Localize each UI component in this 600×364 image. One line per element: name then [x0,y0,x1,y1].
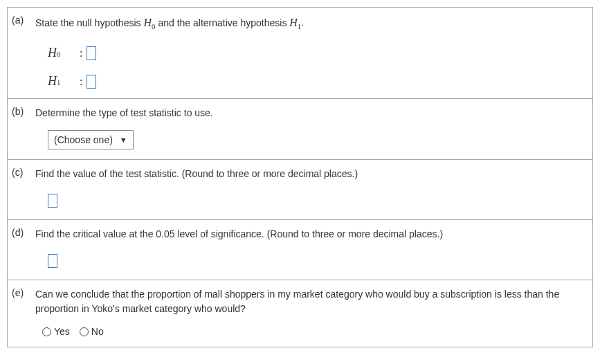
part-e: (e) Can we conclude that the proportion … [8,280,592,347]
h1-colon: : [80,75,82,88]
h0-input[interactable] [87,46,96,60]
part-b-prompt: Determine the type of test statistic to … [35,106,588,120]
part-b-label: (b) [12,106,35,117]
part-c: (c) Find the value of the test statistic… [8,160,592,220]
part-a-text-mid: and the alternative hypothesis [156,17,290,28]
radio-yes[interactable]: Yes [42,326,70,337]
radio-no[interactable]: No [80,326,104,337]
h1-symbol: H [289,17,298,28]
part-d-prompt: Find the critical value at the 0.05 leve… [35,227,588,242]
h0-row-label: H0 [48,46,78,60]
part-a-label: (a) [12,15,35,26]
yes-no-radio-group: Yes No [42,326,588,337]
h0-symbol: H [143,17,152,28]
part-c-label: (c) [12,167,35,178]
radio-no-label: No [91,326,104,337]
part-a: (a) State the null hypothesis H0 and the… [8,8,592,99]
part-a-text-after: . [301,17,304,28]
h0-row-sub: 0 [57,50,61,58]
h1-row-symbol: H [48,74,57,89]
part-d: (d) Find the critical value at the 0.05 … [8,220,592,280]
h1-row-sub: 1 [57,78,61,87]
h1-row: H1 : [48,74,588,89]
select-placeholder: (Choose one) [54,134,113,145]
h0-row: H0 : [48,46,588,60]
h0-row-symbol: H [48,46,57,60]
h1-row-label: H1 [48,74,78,89]
h1-input[interactable] [87,75,96,89]
radio-circle-icon [80,327,89,336]
test-statistic-input[interactable] [48,194,57,208]
chevron-down-icon: ▼ [120,136,127,144]
part-b: (b) Determine the type of test statistic… [8,99,592,160]
part-e-label: (e) [12,287,35,298]
part-a-text-before: State the null hypothesis [35,17,143,28]
h0-colon: : [80,47,82,60]
radio-yes-label: Yes [54,326,70,337]
question-container: (a) State the null hypothesis H0 and the… [7,7,593,347]
part-e-prompt: Can we conclude that the proportion of m… [35,287,588,316]
part-c-prompt: Find the value of the test statistic. (R… [35,167,588,181]
test-statistic-select[interactable]: (Choose one) ▼ [48,130,134,149]
part-a-prompt: State the null hypothesis H0 and the alt… [35,15,588,32]
critical-value-input[interactable] [48,254,57,268]
radio-circle-icon [42,327,51,336]
part-d-label: (d) [12,227,35,238]
